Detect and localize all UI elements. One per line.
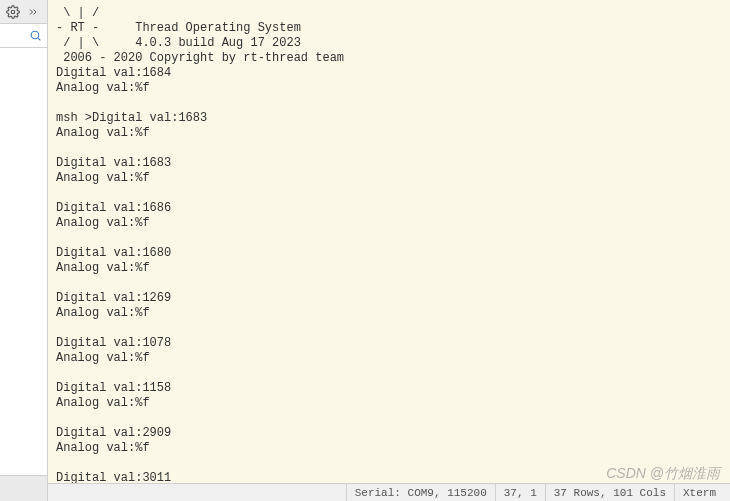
search-input[interactable] xyxy=(7,30,27,42)
terminal-text: \ | / - RT - Thread Operating System / |… xyxy=(56,6,344,483)
status-dims: 37 Rows, 101 Cols xyxy=(545,484,674,501)
svg-line-2 xyxy=(38,38,40,40)
status-cursor-pos: 37, 1 xyxy=(495,484,545,501)
status-mode: Xterm xyxy=(674,484,724,501)
gear-icon[interactable] xyxy=(4,3,22,21)
status-serial: Serial: COM9, 115200 xyxy=(346,484,495,501)
left-scroll-area xyxy=(0,475,47,501)
search-icon[interactable] xyxy=(27,28,43,44)
terminal-output[interactable]: \ | / - RT - Thread Operating System / |… xyxy=(48,0,730,483)
expand-icon[interactable] xyxy=(24,3,42,21)
left-panel xyxy=(0,0,48,501)
search-row xyxy=(0,24,47,48)
terminal-wrap: \ | / - RT - Thread Operating System / |… xyxy=(48,0,730,501)
svg-point-1 xyxy=(31,31,39,39)
left-blank-area xyxy=(0,48,47,475)
status-bar: Serial: COM9, 115200 37, 1 37 Rows, 101 … xyxy=(48,483,730,501)
svg-point-0 xyxy=(11,10,15,14)
toolbar xyxy=(0,0,47,24)
